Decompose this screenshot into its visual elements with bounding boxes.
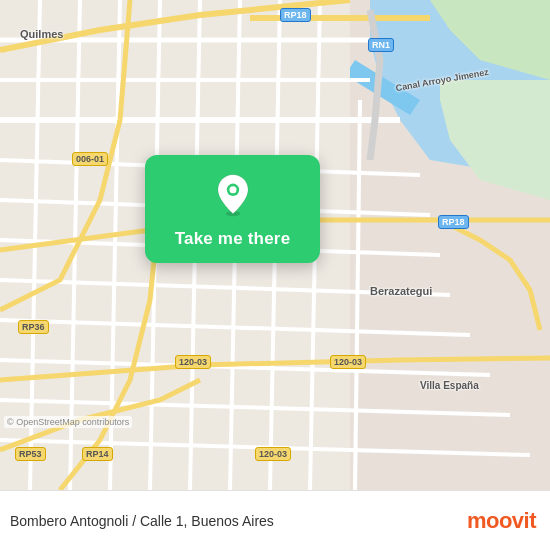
quilmes-label: Quilmes <box>20 28 63 40</box>
action-card[interactable]: Take me there <box>145 155 320 263</box>
rp36-badge: RP36 <box>18 320 49 334</box>
120-03-badge-4: 120-03 <box>255 447 291 461</box>
rp18-right-badge: RP18 <box>438 215 469 229</box>
120-03-badge-2: 120-03 <box>175 355 211 369</box>
rp14-badge: RP14 <box>82 447 113 461</box>
location-pin-icon <box>210 173 256 219</box>
rn1-badge: RN1 <box>368 38 394 52</box>
006-01-badge: 006-01 <box>72 152 108 166</box>
action-label: Take me there <box>175 229 291 249</box>
bottom-bar: Bombero Antognoli / Calle 1, Buenos Aire… <box>0 490 550 550</box>
rp18-top-badge: RP18 <box>280 8 311 22</box>
copyright-text: © OpenStreetMap contributors <box>4 416 132 428</box>
location-text: Bombero Antognoli / Calle 1, Buenos Aire… <box>10 513 467 529</box>
map-container: Quilmes Berazategui Villa España Canal A… <box>0 0 550 490</box>
villa-espana-label: Villa España <box>420 380 479 391</box>
moovit-logo-text: moovit <box>467 508 536 534</box>
120-03-badge-3: 120-03 <box>330 355 366 369</box>
rp53-badge: RP53 <box>15 447 46 461</box>
moovit-logo: moovit <box>467 508 536 534</box>
berazategui-label: Berazategui <box>370 285 432 297</box>
svg-point-29 <box>229 186 236 193</box>
